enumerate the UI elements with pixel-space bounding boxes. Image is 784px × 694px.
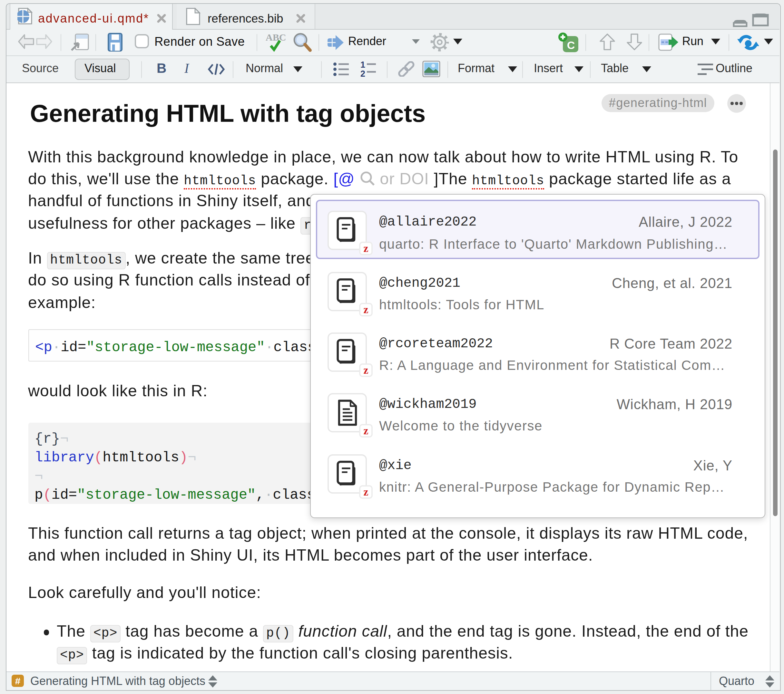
svg-text:C: C (567, 39, 575, 51)
svg-text:1: 1 (361, 61, 365, 70)
svg-text:ABC: ABC (266, 32, 286, 43)
svg-text:2: 2 (361, 69, 365, 77)
